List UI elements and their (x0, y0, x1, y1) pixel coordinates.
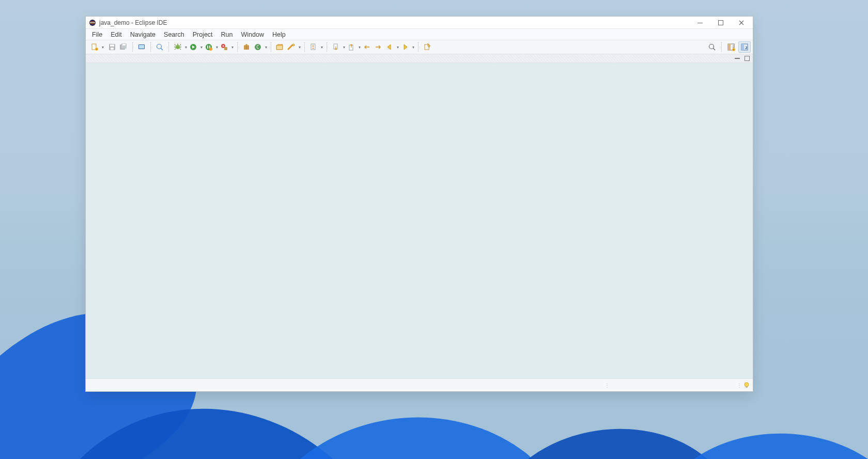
last-edit-button[interactable] (361, 41, 373, 53)
save-all-button[interactable] (118, 41, 129, 53)
coverage-dropdown[interactable]: ▾ (214, 45, 219, 50)
minimize-button[interactable] (690, 17, 710, 29)
svg-rect-43 (735, 58, 740, 59)
new-dropdown[interactable]: ▾ (100, 45, 104, 50)
prev-annotation-dropdown[interactable]: ▾ (357, 45, 361, 50)
run-dropdown[interactable]: ▾ (199, 45, 203, 50)
run-button[interactable] (188, 41, 199, 53)
open-perspective-button[interactable] (725, 41, 737, 53)
editor-area[interactable] (86, 63, 753, 379)
menu-navigate[interactable]: Navigate (126, 30, 160, 39)
next-annotation-dropdown[interactable]: ▾ (342, 45, 346, 50)
eclipse-window: java_demo - Eclipse IDE File Edit Naviga… (85, 16, 753, 392)
menu-help[interactable]: Help (268, 30, 290, 39)
svg-point-45 (745, 382, 749, 387)
minimize-view-icon[interactable] (734, 56, 740, 60)
status-gripper-right[interactable]: ⋮ (737, 382, 742, 388)
svg-rect-8 (110, 44, 114, 47)
svg-point-28 (292, 44, 295, 46)
svg-rect-19 (207, 45, 208, 49)
back-to-button[interactable] (373, 41, 384, 53)
open-type-button[interactable] (274, 41, 286, 53)
svg-rect-27 (277, 46, 282, 49)
tip-of-day-icon[interactable] (742, 381, 751, 389)
svg-rect-2 (90, 22, 95, 23)
menu-file[interactable]: File (88, 30, 106, 39)
new-package-button[interactable] (241, 41, 252, 53)
forward-dropdown[interactable]: ▾ (411, 45, 415, 50)
debug-button[interactable] (172, 41, 183, 53)
close-button[interactable] (731, 17, 752, 29)
status-bar: ⋮ ⋮ (86, 379, 753, 391)
svg-rect-3 (698, 23, 703, 23)
svg-rect-44 (745, 56, 750, 61)
menu-edit[interactable]: Edit (106, 30, 126, 39)
open-console-button[interactable] (136, 41, 147, 53)
search-dropdown[interactable]: ▾ (297, 45, 301, 50)
next-annotation-button[interactable] (330, 41, 342, 53)
eclipse-icon (89, 19, 96, 26)
skip-breakpoints-button[interactable] (154, 41, 165, 53)
svg-rect-12 (122, 44, 126, 45)
menu-project[interactable]: Project (189, 30, 217, 39)
svg-point-16 (176, 45, 180, 49)
status-gripper-left[interactable]: ⋮ (605, 382, 610, 388)
editor-tabstrip (86, 54, 753, 63)
svg-text:C: C (256, 44, 259, 50)
back-dropdown[interactable]: ▾ (395, 45, 399, 50)
new-class-dropdown[interactable]: ▾ (264, 45, 268, 50)
toggle-mark-button[interactable] (308, 41, 319, 53)
new-class-button[interactable]: C (252, 41, 264, 53)
pin-editor-button[interactable] (422, 41, 433, 53)
svg-rect-32 (312, 48, 314, 49)
menu-window[interactable]: Window (237, 30, 268, 39)
svg-rect-9 (111, 48, 114, 50)
svg-rect-41 (741, 44, 744, 50)
search-button[interactable] (286, 41, 297, 53)
maximize-view-icon[interactable] (745, 56, 750, 61)
menu-bar: File Edit Navigate Search Project Run Wi… (86, 29, 753, 40)
coverage-button[interactable] (203, 41, 214, 53)
external-tools-button[interactable] (219, 41, 230, 53)
svg-rect-14 (139, 45, 144, 49)
java-perspective-button[interactable]: J (738, 41, 751, 53)
svg-rect-38 (728, 44, 731, 50)
svg-rect-4 (719, 20, 723, 25)
maximize-button[interactable] (710, 17, 731, 29)
svg-rect-23 (224, 47, 227, 50)
svg-rect-31 (312, 47, 314, 47)
svg-rect-46 (746, 386, 748, 388)
svg-point-21 (209, 48, 212, 51)
external-tools-dropdown[interactable]: ▾ (230, 45, 234, 50)
window-title: java_demo - Eclipse IDE (99, 19, 167, 26)
menu-run[interactable]: Run (217, 30, 237, 39)
history-forward-button[interactable] (399, 41, 411, 53)
svg-text:J: J (745, 45, 747, 50)
svg-rect-30 (312, 45, 314, 45)
new-button[interactable] (89, 41, 100, 53)
debug-dropdown[interactable]: ▾ (183, 45, 188, 50)
title-bar[interactable]: java_demo - Eclipse IDE (86, 17, 753, 29)
quick-access-button[interactable] (706, 41, 718, 53)
menu-search[interactable]: Search (160, 30, 189, 39)
save-button[interactable] (106, 41, 118, 53)
toolbar: ▾ ▾ (86, 40, 753, 54)
prev-annotation-button[interactable] (346, 41, 357, 53)
history-back-button[interactable] (384, 41, 395, 53)
toggle-mark-dropdown[interactable]: ▾ (319, 45, 323, 50)
